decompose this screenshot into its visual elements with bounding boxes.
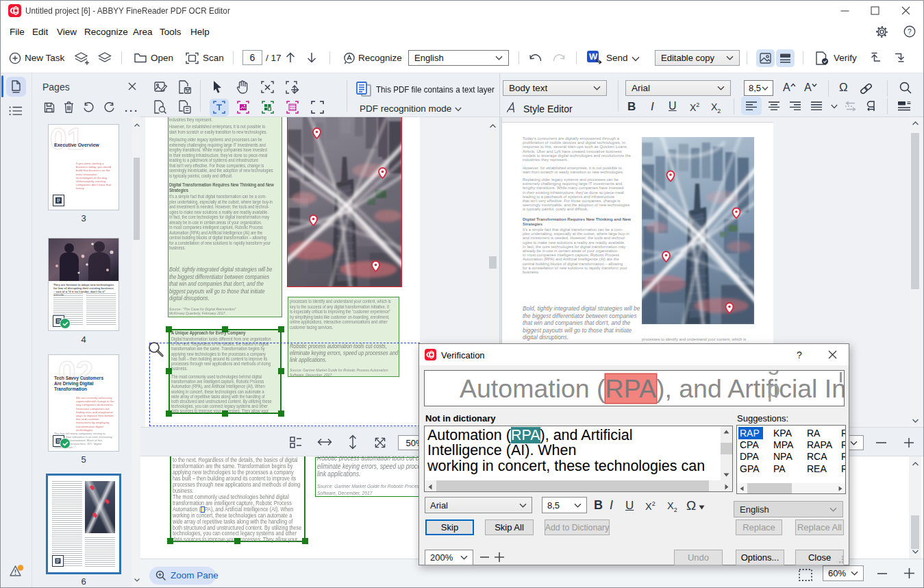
svg-text:?: ? [908, 28, 912, 36]
